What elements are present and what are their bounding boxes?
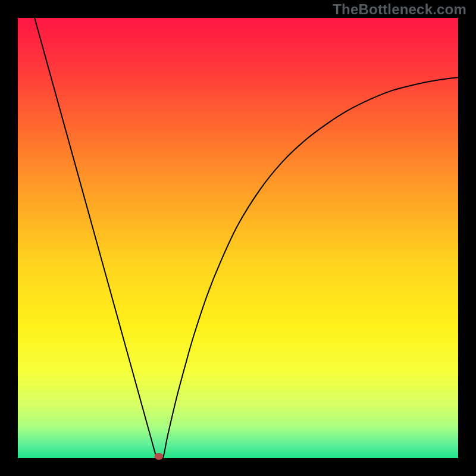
bottleneck-chart [0,0,476,476]
minimum-marker [154,453,163,460]
chart-container: TheBottleneck.com [0,0,476,476]
watermark-label: TheBottleneck.com [333,1,466,18]
gradient-background [18,18,458,458]
